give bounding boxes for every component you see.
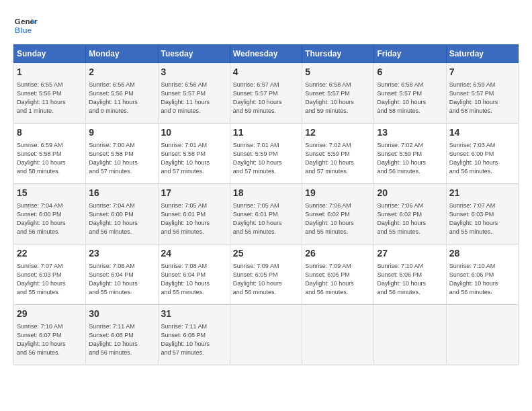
day-number: 13 (377, 126, 443, 140)
calendar-table: SundayMondayTuesdayWednesdayThursdayFrid… (13, 44, 519, 365)
day-cell: 3Sunrise: 6:56 AM Sunset: 5:57 PM Daylig… (158, 63, 230, 124)
day-cell: 14Sunrise: 7:03 AM Sunset: 6:00 PM Dayli… (446, 124, 518, 184)
day-cell: 4Sunrise: 6:57 AM Sunset: 5:57 PM Daylig… (230, 63, 302, 124)
day-cell: 5Sunrise: 6:58 AM Sunset: 5:57 PM Daylig… (302, 63, 374, 124)
day-info: Sunrise: 6:58 AM Sunset: 5:57 PM Dayligh… (305, 81, 371, 116)
day-cell: 24Sunrise: 7:08 AM Sunset: 6:04 PM Dayli… (158, 244, 230, 305)
day-number: 8 (17, 126, 83, 140)
day-info: Sunrise: 7:03 AM Sunset: 6:00 PM Dayligh… (449, 141, 515, 176)
day-cell: 19Sunrise: 7:06 AM Sunset: 6:02 PM Dayli… (302, 184, 374, 244)
day-number: 14 (449, 126, 515, 140)
day-cell (374, 305, 446, 365)
week-row-3: 15Sunrise: 7:04 AM Sunset: 6:00 PM Dayli… (14, 184, 519, 244)
day-number: 5 (305, 66, 371, 79)
day-cell: 13Sunrise: 7:02 AM Sunset: 5:59 PM Dayli… (374, 124, 446, 184)
day-info: Sunrise: 7:05 AM Sunset: 6:01 PM Dayligh… (161, 201, 227, 236)
day-info: Sunrise: 7:01 AM Sunset: 5:59 PM Dayligh… (233, 141, 299, 176)
header-cell-sunday: Sunday (14, 45, 86, 63)
day-number: 22 (17, 247, 83, 261)
day-cell: 1Sunrise: 6:55 AM Sunset: 5:56 PM Daylig… (14, 63, 86, 124)
day-info: Sunrise: 6:55 AM Sunset: 5:56 PM Dayligh… (17, 81, 83, 116)
day-number: 1 (17, 66, 83, 79)
calendar-body: 1Sunrise: 6:55 AM Sunset: 5:56 PM Daylig… (14, 63, 519, 365)
day-cell: 28Sunrise: 7:10 AM Sunset: 6:06 PM Dayli… (446, 244, 518, 305)
day-info: Sunrise: 7:02 AM Sunset: 5:59 PM Dayligh… (377, 141, 443, 176)
day-number: 26 (305, 247, 371, 261)
day-info: Sunrise: 7:04 AM Sunset: 6:00 PM Dayligh… (17, 201, 83, 236)
day-cell: 31Sunrise: 7:11 AM Sunset: 6:08 PM Dayli… (158, 305, 230, 365)
day-info: Sunrise: 6:59 AM Sunset: 5:58 PM Dayligh… (17, 141, 83, 176)
day-number: 23 (89, 247, 154, 261)
week-row-2: 8Sunrise: 6:59 AM Sunset: 5:58 PM Daylig… (14, 124, 519, 184)
day-number: 24 (161, 247, 227, 261)
day-info: Sunrise: 7:09 AM Sunset: 6:05 PM Dayligh… (305, 262, 371, 297)
day-number: 12 (305, 126, 371, 140)
day-number: 20 (377, 187, 443, 200)
day-info: Sunrise: 7:11 AM Sunset: 6:08 PM Dayligh… (89, 322, 154, 357)
day-cell (230, 305, 302, 365)
day-info: Sunrise: 7:08 AM Sunset: 6:04 PM Dayligh… (161, 262, 227, 297)
calendar-header: SundayMondayTuesdayWednesdayThursdayFrid… (14, 45, 519, 63)
week-row-5: 29Sunrise: 7:10 AM Sunset: 6:07 PM Dayli… (14, 305, 519, 365)
week-row-4: 22Sunrise: 7:07 AM Sunset: 6:03 PM Dayli… (14, 244, 519, 305)
day-info: Sunrise: 7:08 AM Sunset: 6:04 PM Dayligh… (89, 262, 154, 297)
day-info: Sunrise: 7:10 AM Sunset: 6:07 PM Dayligh… (17, 322, 83, 357)
day-number: 11 (233, 126, 299, 140)
day-cell: 8Sunrise: 6:59 AM Sunset: 5:58 PM Daylig… (14, 124, 86, 184)
day-cell: 11Sunrise: 7:01 AM Sunset: 5:59 PM Dayli… (230, 124, 302, 184)
day-cell (446, 305, 518, 365)
day-number: 17 (161, 187, 227, 200)
header-row: SundayMondayTuesdayWednesdayThursdayFrid… (14, 45, 519, 63)
day-cell: 12Sunrise: 7:02 AM Sunset: 5:59 PM Dayli… (302, 124, 374, 184)
logo: General Blue (13, 13, 38, 38)
day-info: Sunrise: 6:56 AM Sunset: 5:56 PM Dayligh… (89, 81, 154, 116)
day-cell: 25Sunrise: 7:09 AM Sunset: 6:05 PM Dayli… (230, 244, 302, 305)
day-number: 16 (89, 187, 154, 200)
day-info: Sunrise: 7:07 AM Sunset: 6:03 PM Dayligh… (17, 262, 83, 297)
day-cell: 9Sunrise: 7:00 AM Sunset: 5:58 PM Daylig… (86, 124, 158, 184)
day-cell: 26Sunrise: 7:09 AM Sunset: 6:05 PM Dayli… (302, 244, 374, 305)
day-cell: 6Sunrise: 6:58 AM Sunset: 5:57 PM Daylig… (374, 63, 446, 124)
day-info: Sunrise: 6:59 AM Sunset: 5:57 PM Dayligh… (449, 81, 515, 116)
day-cell: 22Sunrise: 7:07 AM Sunset: 6:03 PM Dayli… (14, 244, 86, 305)
header-cell-tuesday: Tuesday (158, 45, 230, 63)
header: General Blue (13, 13, 519, 38)
day-cell: 17Sunrise: 7:05 AM Sunset: 6:01 PM Dayli… (158, 184, 230, 244)
day-number: 3 (161, 66, 227, 79)
day-number: 15 (17, 187, 83, 200)
day-info: Sunrise: 7:06 AM Sunset: 6:02 PM Dayligh… (305, 201, 371, 236)
day-number: 31 (161, 308, 227, 321)
day-cell: 29Sunrise: 7:10 AM Sunset: 6:07 PM Dayli… (14, 305, 86, 365)
week-row-1: 1Sunrise: 6:55 AM Sunset: 5:56 PM Daylig… (14, 63, 519, 124)
day-info: Sunrise: 6:56 AM Sunset: 5:57 PM Dayligh… (161, 81, 227, 116)
day-number: 21 (449, 187, 515, 200)
day-info: Sunrise: 7:01 AM Sunset: 5:58 PM Dayligh… (161, 141, 227, 176)
day-cell: 30Sunrise: 7:11 AM Sunset: 6:08 PM Dayli… (86, 305, 158, 365)
day-info: Sunrise: 7:06 AM Sunset: 6:02 PM Dayligh… (377, 201, 443, 236)
day-number: 27 (377, 247, 443, 261)
day-number: 28 (449, 247, 515, 261)
header-cell-thursday: Thursday (302, 45, 374, 63)
day-number: 18 (233, 187, 299, 200)
day-info: Sunrise: 7:04 AM Sunset: 6:00 PM Dayligh… (89, 201, 154, 236)
day-info: Sunrise: 7:10 AM Sunset: 6:06 PM Dayligh… (449, 262, 515, 297)
day-number: 30 (89, 308, 154, 321)
day-cell: 7Sunrise: 6:59 AM Sunset: 5:57 PM Daylig… (446, 63, 518, 124)
day-cell: 16Sunrise: 7:04 AM Sunset: 6:00 PM Dayli… (86, 184, 158, 244)
day-number: 7 (449, 66, 515, 79)
day-number: 6 (377, 66, 443, 79)
day-number: 19 (305, 187, 371, 200)
day-number: 10 (161, 126, 227, 140)
day-info: Sunrise: 7:05 AM Sunset: 6:01 PM Dayligh… (233, 201, 299, 236)
day-info: Sunrise: 7:10 AM Sunset: 6:06 PM Dayligh… (377, 262, 443, 297)
day-cell (302, 305, 374, 365)
day-number: 9 (89, 126, 154, 140)
day-cell: 21Sunrise: 7:07 AM Sunset: 6:03 PM Dayli… (446, 184, 518, 244)
day-number: 2 (89, 66, 154, 79)
header-cell-wednesday: Wednesday (230, 45, 302, 63)
day-cell: 23Sunrise: 7:08 AM Sunset: 6:04 PM Dayli… (86, 244, 158, 305)
day-info: Sunrise: 7:00 AM Sunset: 5:58 PM Dayligh… (89, 141, 154, 176)
day-number: 4 (233, 66, 299, 79)
day-info: Sunrise: 6:58 AM Sunset: 5:57 PM Dayligh… (377, 81, 443, 116)
logo-icon: General Blue (13, 13, 38, 38)
